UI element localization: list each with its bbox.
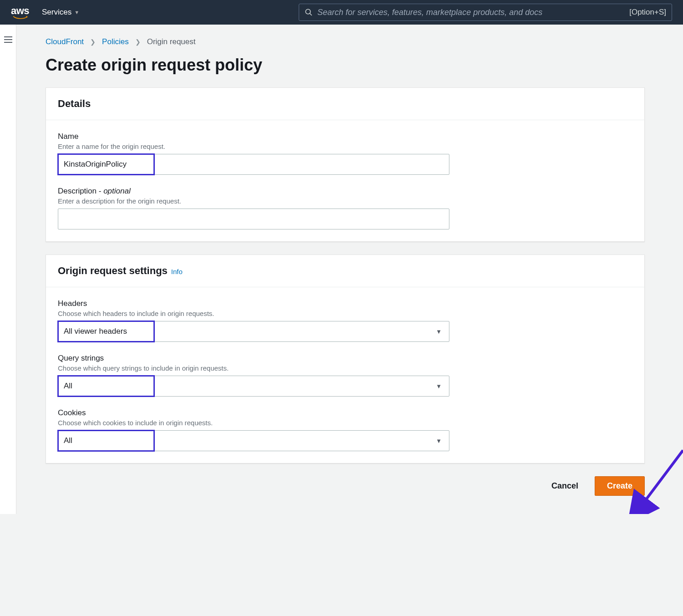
cancel-button[interactable]: Cancel: [548, 477, 582, 495]
name-label: Name: [58, 132, 632, 141]
query-strings-field: Query strings Choose which query strings…: [58, 354, 632, 397]
cookies-help: Choose which cookies to include in origi…: [58, 419, 632, 427]
search-icon: [305, 8, 313, 16]
description-label: Description - optional: [58, 187, 632, 196]
settings-heading: Origin request settings: [58, 265, 168, 277]
page-title: Create origin request policy: [46, 56, 645, 75]
svg-line-2: [642, 450, 683, 505]
headers-help: Choose which headers to include in origi…: [58, 310, 632, 317]
breadcrumb-cloudfront[interactable]: CloudFront: [46, 37, 84, 46]
chevron-right-icon: ❯: [90, 38, 96, 46]
headers-field: Headers Choose which headers to include …: [58, 299, 632, 342]
hamburger-icon[interactable]: [0, 36, 16, 43]
cookies-select[interactable]: All ▼: [58, 430, 449, 451]
description-field: Description - optional Enter a descripti…: [58, 187, 632, 229]
services-label: Services: [42, 8, 71, 17]
caret-down-icon: ▼: [74, 10, 79, 15]
svg-point-0: [306, 9, 311, 14]
name-input[interactable]: [58, 154, 449, 175]
create-button[interactable]: Create: [595, 476, 645, 496]
main-content: CloudFront ❯ Policies ❯ Origin request C…: [16, 25, 683, 514]
headers-value: All viewer headers: [64, 327, 127, 336]
headers-label: Headers: [58, 299, 632, 308]
cookies-field: Cookies Choose which cookies to include …: [58, 408, 632, 451]
cookies-value: All: [64, 436, 72, 445]
breadcrumb-policies[interactable]: Policies: [102, 37, 129, 46]
query-strings-label: Query strings: [58, 354, 632, 363]
headers-select[interactable]: All viewer headers ▼: [58, 321, 449, 342]
breadcrumb-current: Origin request: [147, 37, 196, 46]
cookies-label: Cookies: [58, 408, 632, 417]
caret-down-icon: ▼: [436, 438, 442, 444]
name-help: Enter a name for the origin request.: [58, 143, 632, 150]
caret-down-icon: ▼: [436, 328, 442, 335]
search-shortcut: [Option+S]: [629, 8, 666, 17]
chevron-right-icon: ❯: [135, 38, 141, 46]
svg-line-1: [310, 13, 312, 15]
caret-down-icon: ▼: [436, 383, 442, 390]
services-menu[interactable]: Services ▼: [42, 8, 79, 17]
side-rail: [0, 25, 16, 514]
description-help: Enter a description for the origin reque…: [58, 197, 632, 205]
name-field: Name Enter a name for the origin request…: [58, 132, 632, 175]
query-strings-help: Choose which query strings to include in…: [58, 364, 632, 372]
details-panel: Details Name Enter a name for the origin…: [46, 87, 645, 242]
global-search[interactable]: [Option+S]: [299, 4, 672, 21]
aws-logo[interactable]: aws: [11, 5, 31, 20]
search-input[interactable]: [317, 8, 625, 17]
description-input[interactable]: [58, 209, 449, 229]
query-strings-select[interactable]: All ▼: [58, 376, 449, 397]
top-nav: aws Services ▼ [Option+S]: [0, 0, 683, 25]
details-heading: Details: [58, 98, 91, 110]
query-strings-value: All: [64, 382, 72, 391]
form-actions: Cancel Create: [46, 476, 645, 496]
settings-panel: Origin request settings Info Headers Cho…: [46, 255, 645, 463]
breadcrumb: CloudFront ❯ Policies ❯ Origin request: [46, 37, 645, 46]
info-link[interactable]: Info: [171, 268, 183, 275]
